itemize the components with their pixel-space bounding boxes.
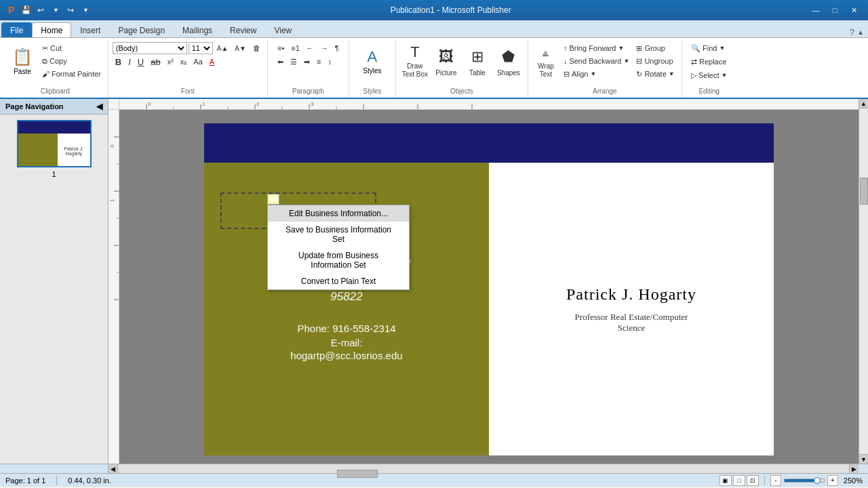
copy-button[interactable]: ⧉ Copy bbox=[39, 55, 104, 67]
align-center-button[interactable]: ☰ bbox=[288, 56, 300, 68]
sidebar-header: Page Navigation ◀ bbox=[0, 99, 108, 115]
format-painter-button[interactable]: 🖌 Format Painter bbox=[39, 68, 104, 80]
find-button[interactable]: 🔍 Find ▼ bbox=[688, 42, 728, 54]
ungroup-button[interactable]: ⊟ Ungroup bbox=[633, 55, 677, 67]
font-color-button[interactable]: A bbox=[207, 56, 217, 68]
canvas-area: 0 1 bbox=[108, 110, 859, 464]
close-btn[interactable]: ✕ bbox=[845, 3, 863, 17]
numbering-button[interactable]: ≡1 bbox=[288, 42, 302, 54]
wrap-text-icon: ⟁ bbox=[535, 43, 557, 61]
maximize-btn[interactable]: □ bbox=[826, 3, 844, 17]
increase-indent-button[interactable]: → bbox=[318, 42, 331, 54]
context-menu-item-0[interactable]: Edit Business Information... bbox=[268, 205, 409, 222]
two-page-view-btn[interactable]: ⊡ bbox=[747, 475, 759, 486]
card-header bbox=[204, 123, 774, 163]
minimize-btn[interactable]: — bbox=[807, 3, 825, 17]
scroll-down-btn[interactable]: ▼ bbox=[859, 454, 868, 464]
undo-dropdown[interactable]: ▼ bbox=[50, 4, 62, 16]
zoom-fill bbox=[785, 479, 816, 482]
bullets-button[interactable]: ≡• bbox=[275, 42, 287, 54]
clear-format-btn[interactable]: 🗑 bbox=[250, 42, 263, 54]
underline-button[interactable]: U bbox=[135, 56, 146, 68]
strikethrough-button[interactable]: ab bbox=[148, 56, 163, 68]
send-backward-button[interactable]: ↓ Send Backward ▼ bbox=[561, 55, 632, 67]
tab-page-design[interactable]: Page Design bbox=[109, 22, 174, 37]
show-hide-button[interactable]: ¶ bbox=[332, 42, 342, 54]
cut-button[interactable]: ✂ Cut bbox=[39, 42, 104, 54]
align-button[interactable]: ⊟ Align ▼ bbox=[561, 68, 632, 80]
ribbon-minimize-btn[interactable]: ▲ bbox=[857, 28, 864, 36]
zoom-out-btn[interactable]: - bbox=[770, 475, 781, 486]
horizontal-scrollbar[interactable]: ◀ ▶ bbox=[108, 464, 859, 473]
select-button[interactable]: ▷ Select ▼ bbox=[688, 69, 730, 81]
context-menu-item-2[interactable]: Update from Business Information Set bbox=[268, 247, 409, 273]
context-menu-item-1[interactable]: Save to Business Information Set bbox=[268, 222, 409, 247]
scroll-right-btn[interactable]: ▶ bbox=[849, 464, 859, 473]
tab-home[interactable]: Home bbox=[32, 22, 71, 37]
tab-review[interactable]: Review bbox=[221, 22, 265, 37]
redo-btn[interactable]: ↪ bbox=[64, 4, 77, 16]
smart-tag-button[interactable]: ⚙▼ bbox=[267, 194, 279, 205]
bold-button[interactable]: B bbox=[113, 56, 124, 68]
view-buttons: ▣ □ ⊡ bbox=[719, 475, 759, 486]
zoom-in-btn[interactable]: + bbox=[827, 475, 838, 486]
document-canvas[interactable]: ⚙▼ Edit Business Information... Save to … bbox=[119, 110, 859, 464]
zoom-handle[interactable] bbox=[814, 477, 821, 484]
font-size-select[interactable]: 11 bbox=[189, 42, 213, 54]
picture-button[interactable]: 🖼 Picture bbox=[431, 42, 461, 80]
bring-forward-button[interactable]: ↑ Bring Forward ▼ bbox=[561, 42, 632, 54]
paragraph-group: ≡• ≡1 ← → ¶ ⬅ ☰ ➡ ≡ ↕ Paragraph bbox=[268, 39, 349, 98]
clipboard-content: 📋 Paste ✂ Cut ⧉ Copy 🖌 Format Painter bbox=[7, 41, 104, 87]
tab-view[interactable]: View bbox=[265, 22, 300, 37]
font-grow-btn[interactable]: A▲ bbox=[214, 42, 231, 54]
single-page-view-btn[interactable]: □ bbox=[733, 475, 745, 486]
font-shrink-btn[interactable]: A▼ bbox=[232, 42, 249, 54]
svg-text:0: 0 bbox=[109, 144, 115, 148]
line-spacing-button[interactable]: ↕ bbox=[325, 56, 334, 68]
scroll-thumb[interactable] bbox=[860, 178, 868, 205]
change-case-button[interactable]: Aa bbox=[191, 56, 205, 68]
replace-button[interactable]: ⇄ Replace bbox=[688, 56, 729, 68]
wrap-text-button[interactable]: ⟁ WrapText bbox=[532, 42, 559, 80]
font-family-select[interactable]: (Body) bbox=[113, 42, 187, 54]
scroll-up-btn[interactable]: ▲ bbox=[859, 99, 868, 108]
replace-icon: ⇄ bbox=[691, 58, 697, 66]
sidebar-title: Page Navigation bbox=[5, 102, 64, 110]
cut-icon: ✂ bbox=[42, 44, 48, 53]
table-button[interactable]: ⊞ Table bbox=[462, 42, 492, 80]
tab-mailings[interactable]: Mailings bbox=[174, 22, 221, 37]
picture-icon: 🖼 bbox=[435, 46, 457, 68]
zoom-slider[interactable] bbox=[784, 479, 825, 483]
tab-file[interactable]: File bbox=[1, 22, 32, 37]
group-button[interactable]: ⊞ Group bbox=[633, 42, 677, 54]
h-scroll-thumb[interactable] bbox=[337, 470, 378, 478]
justify-button[interactable]: ≡ bbox=[314, 56, 323, 68]
styles-button[interactable]: A Styles bbox=[353, 42, 391, 80]
rotate-button[interactable]: ↻ Rotate ▼ bbox=[633, 68, 677, 80]
save-btn[interactable]: 💾 bbox=[20, 4, 32, 16]
superscript-button[interactable]: x² bbox=[165, 56, 176, 68]
help-btn[interactable]: ? bbox=[850, 27, 854, 37]
paragraph-label: Paragraph bbox=[272, 87, 344, 96]
shapes-button[interactable]: ⬟ Shapes bbox=[494, 42, 524, 80]
scroll-left-btn[interactable]: ◀ bbox=[108, 464, 118, 473]
undo-btn[interactable]: ↩ bbox=[35, 4, 47, 16]
align-right-button[interactable]: ➡ bbox=[301, 56, 313, 68]
phone: Phone: 916-558-2314 bbox=[297, 323, 395, 334]
context-menu-item-3[interactable]: Convert to Plain Text bbox=[268, 273, 409, 289]
align-left-button[interactable]: ⬅ bbox=[275, 56, 286, 68]
tab-insert[interactable]: Insert bbox=[71, 22, 109, 37]
draw-text-box-button[interactable]: T DrawText Box bbox=[400, 42, 430, 80]
normal-view-btn[interactable]: ▣ bbox=[719, 475, 732, 486]
page-thumbnail[interactable]: Patrick J.Hogarty bbox=[17, 120, 92, 167]
sidebar-collapse-btn[interactable]: ◀ bbox=[96, 102, 102, 111]
vertical-scrollbar[interactable]: ▲ ▼ bbox=[859, 99, 868, 464]
decrease-indent-button[interactable]: ← bbox=[304, 42, 317, 54]
group-icon: ⊞ bbox=[636, 44, 642, 53]
ribbon-tabs: File Home Insert Page Design Mailings Re… bbox=[0, 20, 868, 38]
subscript-button[interactable]: x₂ bbox=[178, 56, 190, 68]
italic-button[interactable]: I bbox=[125, 56, 134, 68]
paste-button[interactable]: 📋 Paste bbox=[7, 42, 38, 80]
qat-dropdown[interactable]: ▼ bbox=[79, 4, 92, 16]
document-page: ⚙▼ Edit Business Information... Save to … bbox=[204, 123, 774, 455]
